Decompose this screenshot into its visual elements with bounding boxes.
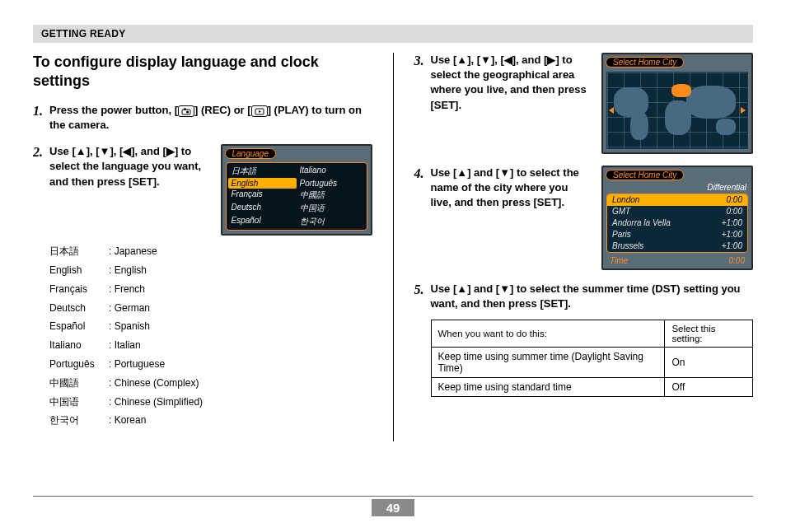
table-header: When you want to do this: [431, 320, 665, 348]
lcd-world-map: Select Home City [601, 53, 753, 154]
differential-label: Differential [603, 183, 751, 194]
page-footer: 49 [33, 496, 753, 517]
language-english: German [109, 299, 150, 318]
language-row: 日本語Japanese [49, 242, 372, 261]
language-native: 中國語 [49, 374, 109, 393]
step-1: 1. Press the power button, [] (REC) or [… [33, 103, 372, 133]
language-row: 中国语Chinese (Simplified) [49, 393, 372, 412]
lcd-language-option: 中国语 [297, 202, 365, 215]
language-row: PortuguêsPortuguese [49, 355, 372, 374]
language-native: Italiano [49, 336, 109, 355]
step-5: 5. Use [▲] and [▼] to select the summer … [414, 282, 754, 397]
step-number: 3. [414, 53, 424, 154]
step-text: Use [▲] and [▼] to select the name of th… [431, 166, 592, 211]
lcd-city-menu: Select Home City Differential London0:00… [601, 166, 753, 270]
dst-table: When you want to do this: Select this se… [431, 320, 754, 397]
language-row: EspañolSpanish [49, 317, 372, 336]
lcd-language-option: Français [228, 189, 297, 202]
language-list: 日本語JapaneseEnglishEnglishFrançaisFrenchD… [49, 242, 372, 430]
step-number: 4. [414, 166, 424, 270]
lcd-city-row: London0:00 [607, 194, 747, 206]
lcd-language-option: 한국어 [297, 215, 365, 228]
lcd-language-option: English [228, 178, 297, 189]
step-text: Press the power button, [] (REC) or [] (… [49, 103, 372, 133]
language-native: Français [49, 280, 109, 299]
arrow-left-icon [609, 107, 614, 114]
language-native: Español [49, 317, 109, 336]
language-native: 日本語 [49, 242, 109, 261]
step-text: Use [▲], [▼], [◀], and [▶] to select the… [49, 144, 211, 189]
time-label: Time [610, 256, 628, 265]
language-english: Italian [109, 336, 141, 355]
language-english: Chinese (Simplified) [109, 393, 203, 412]
language-english: Portuguese [109, 355, 165, 374]
language-english: Korean [109, 411, 146, 430]
svg-marker-4 [259, 110, 261, 113]
page-title: To configure display language and clock … [33, 53, 372, 91]
lcd-language-option: Deutsch [228, 202, 297, 215]
right-column: 3. Use [▲], [▼], [◀], and [▶] to select … [394, 53, 754, 441]
step-3: 3. Use [▲], [▼], [◀], and [▶] to select … [414, 53, 754, 154]
table-cell: Keep time using standard time [431, 378, 665, 397]
page-number: 49 [372, 499, 415, 516]
left-column: To configure display language and clock … [33, 53, 394, 441]
table-header: Select this setting: [665, 320, 753, 348]
svg-rect-1 [184, 108, 186, 110]
language-english: Chinese (Complex) [109, 374, 199, 393]
language-english: French [109, 280, 145, 299]
language-native: Português [49, 355, 109, 374]
section-header: GETTING READY [33, 25, 753, 43]
time-value: 0:00 [729, 256, 745, 265]
lcd-title: Language [225, 148, 277, 159]
step-4: 4. Use [▲] and [▼] to select the name of… [414, 166, 754, 270]
table-cell: Keep time using summer time (Daylight Sa… [431, 348, 665, 378]
play-icon [251, 105, 268, 117]
manual-page: GETTING READY To configure display langu… [0, 0, 786, 532]
camera-rec-icon [178, 105, 194, 117]
lcd-language-menu: Language 日本語ItalianoEnglishPortuguêsFran… [221, 144, 372, 236]
language-native: Deutsch [49, 299, 109, 318]
lcd-city-row: Brussels+1:00 [607, 240, 747, 252]
language-native: 한국어 [49, 411, 109, 430]
language-native: English [49, 261, 109, 280]
table-row: Keep time using summer time (Daylight Sa… [431, 348, 753, 378]
lcd-title: Select Home City [606, 57, 684, 68]
step-text: Use [▲], [▼], [◀], and [▶] to select the… [431, 53, 592, 113]
step-number: 1. [33, 103, 43, 133]
lcd-city-row: Andorra la Vella+1:00 [607, 217, 747, 229]
language-english: Japanese [109, 242, 157, 261]
lcd-language-option: 日本語 [228, 165, 297, 178]
language-row: 中國語Chinese (Complex) [49, 374, 372, 393]
table-cell: Off [665, 378, 753, 397]
two-column-layout: To configure display language and clock … [33, 53, 753, 441]
lcd-city-row: Paris+1:00 [607, 229, 747, 240]
step-text: Use [▲] and [▼] to select the summer tim… [431, 282, 754, 311]
language-row: FrançaisFrench [49, 280, 372, 299]
language-row: ItalianoItalian [49, 336, 372, 355]
arrow-right-icon [741, 107, 746, 114]
lcd-language-option: Español [228, 215, 297, 228]
lcd-city-row: GMT0:00 [607, 206, 747, 217]
table-cell: On [665, 348, 753, 378]
language-row: 한국어Korean [49, 411, 372, 430]
language-row: DeutschGerman [49, 299, 372, 318]
lcd-title: Select Home City [606, 170, 684, 180]
table-row: Keep time using standard timeOff [431, 378, 753, 397]
language-native: 中国语 [49, 393, 109, 412]
text: ] (REC) or [ [194, 104, 251, 116]
lcd-language-option: Português [297, 178, 365, 189]
svg-point-2 [186, 110, 189, 113]
language-row: EnglishEnglish [49, 261, 372, 280]
lcd-language-option: 中國語 [297, 189, 365, 202]
map-highlight-icon [671, 84, 691, 97]
step-number: 2. [33, 144, 43, 430]
lcd-language-option: Italiano [297, 165, 365, 178]
language-english: Spanish [109, 317, 150, 336]
step-2: 2. Use [▲], [▼], [◀], and [▶] to select … [33, 144, 372, 430]
step-number: 5. [414, 282, 424, 397]
text: Press the power button, [ [49, 104, 178, 116]
language-english: English [109, 261, 147, 280]
